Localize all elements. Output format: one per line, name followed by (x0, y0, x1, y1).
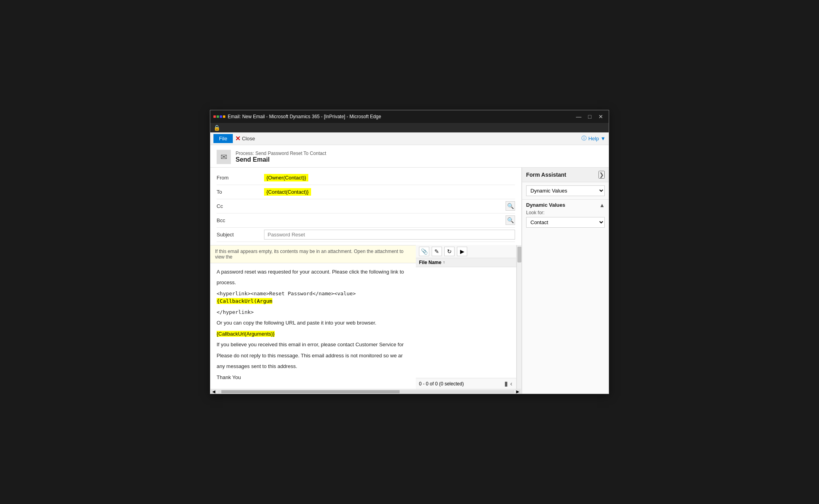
lock-icon: 🔒 (213, 125, 220, 131)
attachment-edit-button[interactable]: ✎ (432, 247, 442, 256)
attachment-pager: 0 - 0 of 0 (0 selected) ▮ ‹ (416, 378, 516, 389)
form-assistant-type-select[interactable]: Dynamic Values Static Values (526, 185, 605, 196)
warning-text: If this email appears empty, its content… (215, 249, 404, 260)
file-name-column: File Name (419, 260, 442, 265)
close-icon: ✕ (235, 135, 240, 142)
titlebar-controls: — □ ✕ (574, 112, 606, 121)
to-label: To (217, 187, 264, 196)
titlebar: Email: New Email - Microsoft Dynamics 36… (210, 110, 609, 123)
cc-value[interactable]: 🔍 (264, 201, 515, 211)
scroll-thumb-h (221, 390, 400, 393)
email-line-1: A password reset was requested for your … (217, 268, 410, 276)
attachment-header: File Name ↑ (416, 258, 516, 267)
attachment-refresh-button[interactable]: ↻ (444, 247, 455, 256)
form-fields: From {Owner(Contact)} To {Contact(Contac… (210, 168, 521, 245)
form-title: Send Email (236, 156, 326, 163)
attachment-list (416, 267, 516, 378)
callback-highlight-2: {CallbackUrl(Arguments)} (217, 331, 275, 337)
scroll-left-button[interactable]: ◀ (211, 390, 217, 394)
toolbar: File ✕ Close ⓘ Help ▼ (210, 132, 609, 145)
email-line-hyperlink-end: </hyperlink> (217, 308, 410, 316)
bcc-lookup-button[interactable]: 🔍 (506, 215, 515, 225)
form-assistant-section: Dynamic Values ▲ Look for: Contact Accou… (522, 200, 609, 231)
attachment-toolbar: 📎 ✎ ↻ ▶ (416, 245, 516, 258)
pager-controls: ▮ ‹ (504, 380, 513, 387)
email-line-7: If you believe you received this email i… (217, 341, 410, 349)
toolbar-right: ⓘ Help ▼ (581, 135, 606, 142)
file-button[interactable]: File (213, 134, 233, 143)
fa-collapse-button[interactable]: ▲ (599, 202, 605, 208)
email-line-hyperlink: <hyperlink><name>Reset Password</name><v… (217, 290, 410, 305)
maximize-button[interactable]: □ (585, 112, 594, 121)
scroll-right-button[interactable]: ▶ (515, 390, 521, 394)
vertical-scrollbar[interactable] (517, 245, 521, 389)
attachment-panel: 📎 ✎ ↻ ▶ File Name ↑ 0 - 0 of 0 (0 selec (416, 245, 517, 389)
fa-lookfor-label: Look for: (526, 210, 605, 215)
sort-arrow-icon: ↑ (443, 260, 445, 264)
email-line-10: Thank You (217, 374, 410, 381)
attachment-action-button[interactable]: ▶ (457, 247, 467, 256)
subject-label: Subject (217, 230, 264, 239)
split-area: If this email appears empty, its content… (210, 245, 521, 389)
email-icon: ✉ (217, 150, 231, 164)
app-window: Email: New Email - Microsoft Dynamics 36… (210, 110, 609, 395)
browser-icon (213, 115, 225, 118)
pager-prev-button[interactable]: ‹ (510, 380, 513, 387)
form-header: ✉ Process: Send Password Reset To Contac… (210, 145, 609, 168)
from-label: From (217, 173, 264, 182)
email-line-2: process. (217, 279, 410, 287)
warning-bar: If this email appears empty, its content… (210, 245, 416, 263)
form-assistant-chevron-button[interactable]: ❯ (598, 171, 605, 179)
bcc-row: Bcc 🔍 (217, 213, 515, 228)
fa-section-header: Dynamic Values ▲ (526, 200, 605, 210)
from-tag: {Owner(Contact)} (264, 174, 308, 181)
subject-row: Subject (217, 228, 515, 242)
cc-row: Cc 🔍 (217, 199, 515, 213)
to-value: {Contact(Contact)} (264, 188, 515, 196)
bcc-label: Bcc (217, 216, 264, 225)
cc-lookup-button[interactable]: 🔍 (506, 201, 515, 211)
email-callback-url: {CallbackUrl(Arguments)} (217, 330, 410, 338)
horizontal-scrollbar[interactable]: ◀ ▶ (210, 389, 521, 394)
form-assistant-title: Form Assistant (526, 172, 566, 178)
to-tag: {Contact(Contact)} (264, 188, 311, 196)
form-assistant-dropdown-row: Dynamic Values Static Values (522, 182, 609, 200)
help-icon: ⓘ (581, 135, 587, 142)
form-assistant-header: Form Assistant ❯ (522, 168, 609, 182)
pager-first-button[interactable]: ▮ (504, 380, 509, 387)
email-body[interactable]: A password reset was requested for your … (210, 263, 416, 389)
help-button[interactable]: ⓘ Help ▼ (581, 135, 606, 142)
help-chevron-icon: ▼ (600, 136, 606, 142)
to-row: To {Contact(Contact)} (217, 185, 515, 199)
form-assistant-panel: Form Assistant ❯ Dynamic Values Static V… (522, 168, 609, 394)
from-row: From {Owner(Contact)} (217, 171, 515, 185)
email-line-5: Or you can copy the following URL and pa… (217, 319, 410, 327)
attachment-add-button[interactable]: 📎 (419, 247, 429, 256)
minimize-button[interactable]: — (574, 112, 583, 121)
left-panel: From {Owner(Contact)} To {Contact(Contac… (210, 168, 522, 394)
main-body: From {Owner(Contact)} To {Contact(Contac… (210, 168, 609, 394)
email-content-column: If this email appears empty, its content… (210, 245, 416, 389)
subject-input[interactable] (264, 230, 515, 240)
fa-section-title: Dynamic Values (526, 202, 565, 208)
window-title: Email: New Email - Microsoft Dynamics 36… (228, 114, 381, 119)
subject-value (264, 230, 515, 240)
close-window-button[interactable]: ✕ (596, 112, 606, 121)
toolbar-left: File ✕ Close (213, 134, 255, 143)
close-button[interactable]: ✕ Close (235, 135, 255, 142)
email-line-9: any messages sent to this address. (217, 362, 410, 370)
email-line-8: Please do not reply to this message. Thi… (217, 352, 410, 360)
callback-highlight-1: {CallbackUrl(Argum (217, 298, 272, 304)
scroll-thumb (517, 247, 521, 262)
cc-label: Cc (217, 202, 264, 211)
form-header-text: Process: Send Password Reset To Contact … (236, 151, 326, 163)
scroll-track (217, 390, 514, 393)
from-value: {Owner(Contact)} (264, 174, 515, 181)
fa-lookfor-select[interactable]: Contact Account User (526, 217, 605, 228)
bcc-value[interactable]: 🔍 (264, 215, 515, 225)
titlebar-left: Email: New Email - Microsoft Dynamics 36… (213, 114, 381, 119)
process-label: Process: Send Password Reset To Contact (236, 151, 326, 156)
pager-text: 0 - 0 of 0 (0 selected) (419, 381, 464, 387)
